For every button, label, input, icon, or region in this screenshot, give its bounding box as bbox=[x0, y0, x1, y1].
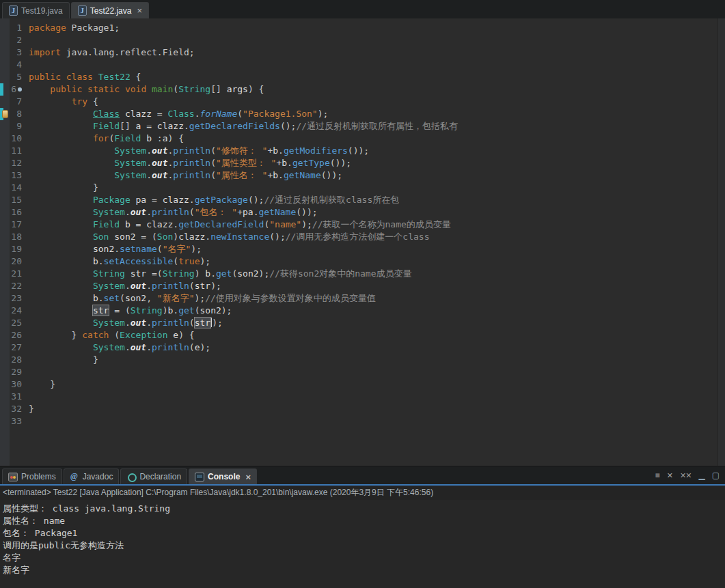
annotation-ruler-cell[interactable] bbox=[0, 34, 10, 46]
code-line[interactable]: 25 System.out.println(str); bbox=[0, 317, 717, 329]
code-editor[interactable]: 1package Package1;23import java.lang.ref… bbox=[0, 18, 717, 466]
line-number[interactable]: 15 bbox=[10, 194, 26, 206]
annotation-ruler-cell[interactable] bbox=[0, 219, 10, 231]
code-line[interactable]: 1package Package1; bbox=[0, 22, 717, 34]
annotation-ruler-cell[interactable] bbox=[0, 354, 10, 366]
line-number[interactable]: 16 bbox=[10, 206, 26, 219]
annotation-ruler-cell[interactable] bbox=[0, 182, 10, 194]
line-number[interactable]: 29 bbox=[10, 366, 26, 378]
annotation-ruler-cell[interactable] bbox=[0, 169, 10, 182]
line-number[interactable]: 8 bbox=[10, 108, 26, 120]
code-line[interactable]: 4 bbox=[0, 59, 717, 71]
line-number[interactable]: 11 bbox=[10, 145, 26, 157]
annotation-ruler-cell[interactable] bbox=[0, 157, 10, 169]
annotation-ruler-cell[interactable] bbox=[0, 305, 10, 317]
close-tab-icon[interactable]: × bbox=[137, 6, 142, 15]
annotation-ruler-cell[interactable] bbox=[0, 292, 10, 305]
code-line[interactable]: 15 Package pa = clazz.getPackage();//通过反… bbox=[0, 194, 717, 206]
annotation-ruler-cell[interactable] bbox=[0, 415, 10, 428]
code-line[interactable]: 31 bbox=[0, 391, 717, 403]
code-line[interactable]: 17 Field b = clazz.getDeclaredField("nam… bbox=[0, 219, 717, 231]
annotation-ruler-cell[interactable] bbox=[0, 231, 10, 243]
code-line[interactable]: 9 Field[] a = clazz.getDeclaredFields();… bbox=[0, 120, 717, 132]
code-line[interactable]: 32} bbox=[0, 403, 717, 415]
annotation-ruler-cell[interactable] bbox=[0, 120, 10, 132]
panel-tab-declaration[interactable]: Declaration bbox=[120, 468, 187, 484]
annotation-ruler-cell[interactable] bbox=[0, 194, 10, 206]
annotation-ruler-cell[interactable] bbox=[0, 145, 10, 157]
line-number[interactable]: 3 bbox=[10, 46, 26, 59]
code-line[interactable]: 5public class Test22 { bbox=[0, 71, 717, 83]
code-line[interactable]: 3import java.lang.reflect.Field; bbox=[0, 46, 717, 59]
line-number[interactable]: 19 bbox=[10, 243, 26, 255]
annotation-ruler-cell[interactable] bbox=[0, 255, 10, 268]
line-number[interactable]: 17 bbox=[10, 219, 26, 231]
remove-launch-icon[interactable]: ✕ bbox=[667, 472, 672, 479]
line-number[interactable]: 30 bbox=[10, 378, 26, 391]
line-number[interactable]: 23 bbox=[10, 292, 26, 305]
code-line[interactable]: 16 System.out.println("包名： "+pa.getName(… bbox=[0, 206, 717, 219]
code-line[interactable]: 26 } catch (Exception e) { bbox=[0, 329, 717, 341]
annotation-ruler-cell[interactable] bbox=[0, 132, 10, 145]
line-number[interactable]: 18 bbox=[10, 231, 26, 243]
line-number[interactable]: 6 bbox=[10, 83, 26, 96]
annotation-ruler-cell[interactable] bbox=[0, 83, 10, 96]
code-line[interactable]: 7 try { bbox=[0, 96, 717, 108]
annotation-ruler-cell[interactable] bbox=[0, 341, 10, 354]
code-line[interactable]: 6 public static void main(String[] args)… bbox=[0, 83, 717, 96]
annotation-ruler-cell[interactable] bbox=[0, 268, 10, 280]
maximize-panel-icon[interactable]: ▢ bbox=[712, 471, 719, 479]
annotation-ruler-cell[interactable] bbox=[0, 108, 10, 120]
panel-tab-javadoc[interactable]: Javadoc bbox=[64, 468, 120, 484]
overview-ruler[interactable] bbox=[717, 18, 725, 466]
annotation-ruler-cell[interactable] bbox=[0, 280, 10, 292]
annotation-ruler-cell[interactable] bbox=[0, 329, 10, 341]
annotation-ruler-cell[interactable] bbox=[0, 378, 10, 391]
line-number[interactable]: 14 bbox=[10, 182, 26, 194]
line-number[interactable]: 7 bbox=[10, 96, 26, 108]
line-number[interactable]: 32 bbox=[10, 403, 26, 415]
line-number[interactable]: 24 bbox=[10, 305, 26, 317]
code-line[interactable]: 27 System.out.println(e); bbox=[0, 341, 717, 354]
code-line[interactable]: 33 bbox=[0, 415, 717, 428]
line-number[interactable]: 22 bbox=[10, 280, 26, 292]
console-output[interactable]: 属性类型： class java.lang.String属性名： name包名：… bbox=[0, 500, 725, 588]
editor-tab-test19-java[interactable]: JTest19.java bbox=[2, 2, 70, 18]
line-number[interactable]: 21 bbox=[10, 268, 26, 280]
code-line[interactable]: 24 str = (String)b.get(son2); bbox=[0, 305, 717, 317]
code-line[interactable]: 19 son2.setname("名字"); bbox=[0, 243, 717, 255]
close-tab-icon[interactable]: × bbox=[245, 473, 251, 481]
remove-all-terminated-icon[interactable]: ✕✕ bbox=[680, 472, 691, 479]
code-line[interactable]: 10 for(Field b :a) { bbox=[0, 132, 717, 145]
annotation-ruler-cell[interactable] bbox=[0, 366, 10, 378]
annotation-ruler-cell[interactable] bbox=[0, 243, 10, 255]
line-number[interactable]: 9 bbox=[10, 120, 26, 132]
line-number[interactable]: 12 bbox=[10, 157, 26, 169]
line-number[interactable]: 10 bbox=[10, 132, 26, 145]
code-line[interactable]: 21 String str =(String) b.get(son2);//获得… bbox=[0, 268, 717, 280]
annotation-ruler-cell[interactable] bbox=[0, 71, 10, 83]
code-line[interactable]: 29 bbox=[0, 366, 717, 378]
line-number[interactable]: 20 bbox=[10, 255, 26, 268]
annotation-ruler-cell[interactable] bbox=[0, 59, 10, 71]
line-number[interactable]: 1 bbox=[10, 22, 26, 34]
annotation-ruler-cell[interactable] bbox=[0, 403, 10, 415]
annotation-ruler-cell[interactable] bbox=[0, 317, 10, 329]
code-line[interactable]: 22 System.out.println(str); bbox=[0, 280, 717, 292]
line-number[interactable]: 26 bbox=[10, 329, 26, 341]
annotation-ruler-cell[interactable] bbox=[0, 206, 10, 219]
panel-tab-console[interactable]: Console× bbox=[189, 468, 257, 484]
code-line[interactable]: 13 System.out.println("属性名： "+b.getName(… bbox=[0, 169, 717, 182]
line-number[interactable]: 2 bbox=[10, 34, 26, 46]
line-number[interactable]: 31 bbox=[10, 391, 26, 403]
editor-tab-test22-java[interactable]: JTest22.java× bbox=[71, 2, 149, 18]
annotation-ruler-cell[interactable] bbox=[0, 96, 10, 108]
annotation-ruler-cell[interactable] bbox=[0, 22, 10, 34]
terminate-icon[interactable]: ■ bbox=[655, 471, 659, 479]
line-number[interactable]: 25 bbox=[10, 317, 26, 329]
minimize-panel-icon[interactable]: ▁ bbox=[698, 471, 704, 479]
code-line[interactable]: 14 } bbox=[0, 182, 717, 194]
line-number[interactable]: 28 bbox=[10, 354, 26, 366]
line-number[interactable]: 4 bbox=[10, 59, 26, 71]
code-line[interactable]: 8 Class clazz = Class.forName("Package1.… bbox=[0, 108, 717, 120]
